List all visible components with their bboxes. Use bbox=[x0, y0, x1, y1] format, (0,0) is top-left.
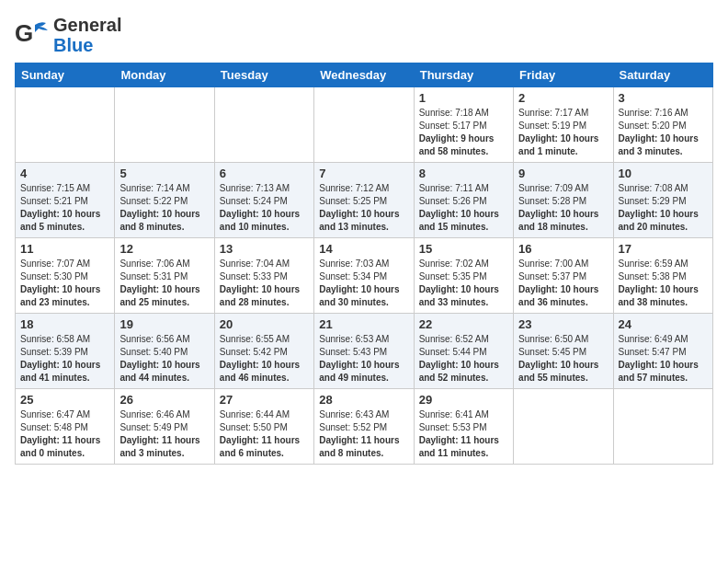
day-number: 17 bbox=[619, 242, 708, 256]
day-number: 18 bbox=[20, 317, 109, 331]
day-info: Sunrise: 6:49 AMSunset: 5:47 PMDaylight:… bbox=[619, 333, 708, 385]
day-info: Sunrise: 6:47 AMSunset: 5:48 PMDaylight:… bbox=[20, 408, 109, 460]
day-number: 11 bbox=[20, 242, 109, 256]
calendar-week-3: 11Sunrise: 7:07 AMSunset: 5:30 PMDayligh… bbox=[16, 238, 713, 314]
calendar-cell: 6Sunrise: 7:13 AMSunset: 5:24 PMDaylight… bbox=[214, 163, 313, 238]
day-info: Sunrise: 7:11 AMSunset: 5:26 PMDaylight:… bbox=[419, 182, 508, 234]
calendar-week-1: 1Sunrise: 7:18 AMSunset: 5:17 PMDaylight… bbox=[16, 87, 713, 163]
day-number: 13 bbox=[220, 242, 309, 256]
day-number: 8 bbox=[419, 167, 508, 180]
weekday-header-row: SundayMondayTuesdayWednesdayThursdayFrid… bbox=[16, 63, 713, 87]
day-info: Sunrise: 6:53 AMSunset: 5:43 PMDaylight:… bbox=[319, 333, 408, 385]
day-number: 23 bbox=[518, 317, 608, 331]
day-info: Sunrise: 7:07 AMSunset: 5:30 PMDaylight:… bbox=[20, 258, 109, 309]
weekday-header-friday: Friday bbox=[514, 63, 613, 87]
calendar-cell: 23Sunrise: 6:50 AMSunset: 5:45 PMDayligh… bbox=[514, 314, 613, 389]
calendar-week-2: 4Sunrise: 7:15 AMSunset: 5:21 PMDaylight… bbox=[16, 163, 713, 238]
day-info: Sunrise: 6:50 AMSunset: 5:45 PMDaylight:… bbox=[518, 333, 608, 385]
day-info: Sunrise: 6:55 AMSunset: 5:42 PMDaylight:… bbox=[220, 333, 309, 385]
day-info: Sunrise: 7:12 AMSunset: 5:25 PMDaylight:… bbox=[319, 182, 408, 234]
day-info: Sunrise: 7:06 AMSunset: 5:31 PMDaylight:… bbox=[119, 258, 209, 309]
calendar-cell: 19Sunrise: 6:56 AMSunset: 5:40 PMDayligh… bbox=[115, 314, 214, 389]
day-number: 2 bbox=[518, 91, 608, 105]
calendar-cell: 15Sunrise: 7:02 AMSunset: 5:35 PMDayligh… bbox=[414, 238, 513, 314]
calendar-cell: 28Sunrise: 6:43 AMSunset: 5:52 PMDayligh… bbox=[314, 389, 414, 465]
logo: G General Blue bbox=[15, 15, 121, 55]
day-number: 25 bbox=[20, 393, 109, 407]
calendar-cell: 1Sunrise: 7:18 AMSunset: 5:17 PMDaylight… bbox=[414, 87, 513, 163]
calendar-cell: 29Sunrise: 6:41 AMSunset: 5:53 PMDayligh… bbox=[414, 389, 513, 465]
logo-blue: Blue bbox=[53, 35, 121, 55]
day-info: Sunrise: 6:46 AMSunset: 5:49 PMDaylight:… bbox=[119, 408, 209, 460]
day-info: Sunrise: 7:13 AMSunset: 5:24 PMDaylight:… bbox=[220, 182, 309, 234]
day-number: 4 bbox=[20, 167, 109, 180]
day-number: 26 bbox=[119, 393, 209, 407]
weekday-header-monday: Monday bbox=[115, 63, 214, 87]
day-number: 24 bbox=[619, 317, 708, 331]
calendar-cell: 8Sunrise: 7:11 AMSunset: 5:26 PMDaylight… bbox=[414, 163, 513, 238]
day-number: 21 bbox=[319, 317, 408, 331]
day-number: 10 bbox=[619, 167, 708, 180]
calendar-cell: 12Sunrise: 7:06 AMSunset: 5:31 PMDayligh… bbox=[115, 238, 214, 314]
calendar-cell: 7Sunrise: 7:12 AMSunset: 5:25 PMDaylight… bbox=[314, 163, 414, 238]
day-info: Sunrise: 6:59 AMSunset: 5:38 PMDaylight:… bbox=[619, 258, 708, 309]
day-info: Sunrise: 6:43 AMSunset: 5:52 PMDaylight:… bbox=[319, 408, 408, 460]
day-number: 1 bbox=[419, 91, 508, 105]
weekday-header-thursday: Thursday bbox=[414, 63, 513, 87]
calendar-cell bbox=[314, 87, 414, 163]
weekday-header-sunday: Sunday bbox=[16, 63, 115, 87]
svg-text:G: G bbox=[15, 19, 33, 47]
day-number: 6 bbox=[220, 167, 309, 180]
calendar-cell: 17Sunrise: 6:59 AMSunset: 5:38 PMDayligh… bbox=[613, 238, 712, 314]
calendar-cell bbox=[514, 389, 613, 465]
day-number: 12 bbox=[119, 242, 209, 256]
day-number: 27 bbox=[220, 393, 309, 407]
day-info: Sunrise: 6:44 AMSunset: 5:50 PMDaylight:… bbox=[220, 408, 309, 460]
day-number: 19 bbox=[119, 317, 209, 331]
day-info: Sunrise: 7:15 AMSunset: 5:21 PMDaylight:… bbox=[20, 182, 109, 234]
day-info: Sunrise: 7:16 AMSunset: 5:20 PMDaylight:… bbox=[619, 107, 708, 158]
calendar-cell: 22Sunrise: 6:52 AMSunset: 5:44 PMDayligh… bbox=[414, 314, 513, 389]
weekday-header-saturday: Saturday bbox=[613, 63, 712, 87]
day-info: Sunrise: 7:08 AMSunset: 5:29 PMDaylight:… bbox=[619, 182, 708, 234]
day-number: 9 bbox=[518, 167, 608, 180]
calendar-cell: 2Sunrise: 7:17 AMSunset: 5:19 PMDaylight… bbox=[514, 87, 613, 163]
day-number: 14 bbox=[319, 242, 408, 256]
logo-general: General bbox=[53, 15, 121, 35]
calendar-cell bbox=[214, 87, 313, 163]
calendar-cell: 25Sunrise: 6:47 AMSunset: 5:48 PMDayligh… bbox=[16, 389, 115, 465]
day-number: 3 bbox=[619, 91, 708, 105]
day-info: Sunrise: 6:41 AMSunset: 5:53 PMDaylight:… bbox=[419, 408, 508, 460]
calendar-cell bbox=[16, 87, 115, 163]
day-info: Sunrise: 7:03 AMSunset: 5:34 PMDaylight:… bbox=[319, 258, 408, 309]
calendar-cell: 10Sunrise: 7:08 AMSunset: 5:29 PMDayligh… bbox=[613, 163, 712, 238]
day-info: Sunrise: 7:18 AMSunset: 5:17 PMDaylight:… bbox=[419, 107, 508, 158]
calendar-cell: 4Sunrise: 7:15 AMSunset: 5:21 PMDaylight… bbox=[16, 163, 115, 238]
calendar-cell: 18Sunrise: 6:58 AMSunset: 5:39 PMDayligh… bbox=[16, 314, 115, 389]
calendar-cell: 16Sunrise: 7:00 AMSunset: 5:37 PMDayligh… bbox=[514, 238, 613, 314]
day-info: Sunrise: 7:02 AMSunset: 5:35 PMDaylight:… bbox=[419, 258, 508, 309]
day-number: 16 bbox=[518, 242, 608, 256]
weekday-header-tuesday: Tuesday bbox=[214, 63, 313, 87]
calendar-cell: 27Sunrise: 6:44 AMSunset: 5:50 PMDayligh… bbox=[214, 389, 313, 465]
day-info: Sunrise: 6:58 AMSunset: 5:39 PMDaylight:… bbox=[20, 333, 109, 385]
calendar-week-5: 25Sunrise: 6:47 AMSunset: 5:48 PMDayligh… bbox=[16, 389, 713, 465]
day-number: 7 bbox=[319, 167, 408, 180]
calendar-cell: 26Sunrise: 6:46 AMSunset: 5:49 PMDayligh… bbox=[115, 389, 214, 465]
day-info: Sunrise: 6:52 AMSunset: 5:44 PMDaylight:… bbox=[419, 333, 508, 385]
calendar-cell: 5Sunrise: 7:14 AMSunset: 5:22 PMDaylight… bbox=[115, 163, 214, 238]
day-info: Sunrise: 7:04 AMSunset: 5:33 PMDaylight:… bbox=[220, 258, 309, 309]
day-number: 28 bbox=[319, 393, 408, 407]
calendar-cell: 9Sunrise: 7:09 AMSunset: 5:28 PMDaylight… bbox=[514, 163, 613, 238]
calendar-cell: 13Sunrise: 7:04 AMSunset: 5:33 PMDayligh… bbox=[214, 238, 313, 314]
calendar-cell: 24Sunrise: 6:49 AMSunset: 5:47 PMDayligh… bbox=[613, 314, 712, 389]
page-header: G General Blue bbox=[15, 15, 713, 55]
day-info: Sunrise: 7:17 AMSunset: 5:19 PMDaylight:… bbox=[518, 107, 608, 158]
day-info: Sunrise: 7:00 AMSunset: 5:37 PMDaylight:… bbox=[518, 258, 608, 309]
calendar-week-4: 18Sunrise: 6:58 AMSunset: 5:39 PMDayligh… bbox=[16, 314, 713, 389]
calendar-cell: 14Sunrise: 7:03 AMSunset: 5:34 PMDayligh… bbox=[314, 238, 414, 314]
day-number: 5 bbox=[119, 167, 209, 180]
day-number: 20 bbox=[220, 317, 309, 331]
calendar-cell bbox=[613, 389, 712, 465]
calendar-cell: 21Sunrise: 6:53 AMSunset: 5:43 PMDayligh… bbox=[314, 314, 414, 389]
